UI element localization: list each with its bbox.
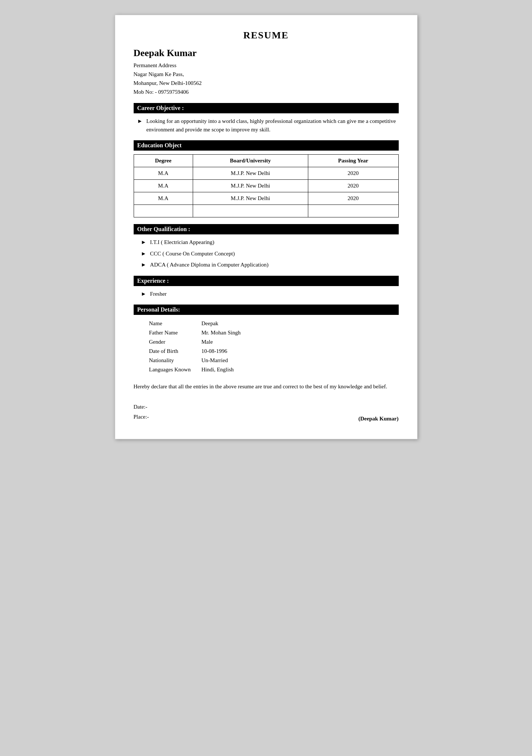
mob-number: Mob No: - 09759759406 (134, 87, 399, 96)
career-objective-text: Looking for an opportunity into a world … (146, 117, 398, 134)
personal-detail-label: Date of Birth (134, 347, 201, 355)
experience-item: ►Fresher (137, 290, 399, 298)
bullet-arrow-icon: ► (141, 261, 147, 269)
education-row: M.AM.J.P. New Delhi2020 (134, 180, 398, 192)
personal-detail-row: Date of Birth10-08-1996 (134, 347, 398, 355)
personal-detail-row: NameDeepak (134, 319, 398, 328)
personal-detail-value: 10-08-1996 (202, 347, 398, 355)
personal-detail-row: NationalityUn-Married (134, 356, 398, 365)
education-cell-degree: M.A (134, 192, 193, 205)
career-objective-section: Career Objective : ► Looking for an oppo… (134, 103, 399, 134)
personal-details-header: Personal Details: (134, 305, 399, 315)
other-qualification-header: Other Qualification : (134, 224, 399, 234)
personal-detail-value: Mr. Mohan Singh (202, 329, 398, 337)
experience-text: Fresher (150, 290, 167, 298)
education-cell-board: M.J.P. New Delhi (193, 167, 308, 180)
education-row: M.AM.J.P. New Delhi2020 (134, 192, 398, 205)
personal-detail-value: Male (202, 338, 398, 346)
career-objective-header: Career Objective : (134, 103, 399, 113)
address-line1: Nagar Nigam Ke Pass, (134, 70, 399, 79)
education-row: M.AM.J.P. New Delhi2020 (134, 167, 398, 180)
other-qualification-section: Other Qualification : ►I.T.I ( Electrici… (134, 224, 399, 269)
career-objective-bullet: ► Looking for an opportunity into a worl… (134, 117, 399, 134)
bullet-arrow-icon: ► (141, 250, 147, 258)
education-cell-degree: M.A (134, 167, 193, 180)
resume-page: RESUME Deepak Kumar Permanent Address Na… (115, 15, 418, 439)
education-row (134, 205, 398, 217)
personal-detail-value: Hindi, English (202, 365, 398, 374)
col-degree: Degree (134, 155, 193, 167)
experience-header: Experience : (134, 276, 399, 286)
experience-section: Experience : ►Fresher (134, 276, 399, 298)
personal-details-table: NameDeepakFather NameMr. Mohan SinghGend… (134, 319, 399, 375)
education-cell-board: M.J.P. New Delhi (193, 192, 308, 205)
resume-title: RESUME (134, 30, 399, 41)
education-cell-year: 2020 (308, 192, 398, 205)
education-cell-year (308, 205, 398, 217)
personal-detail-label: Father Name (134, 329, 201, 337)
personal-detail-row: Languages KnownHindi, English (134, 365, 398, 374)
education-cell-year: 2020 (308, 180, 398, 192)
date-label: Date:- (134, 402, 149, 412)
declaration-text: Hereby declare that all the entries in t… (134, 382, 399, 391)
education-cell-degree (134, 205, 193, 217)
education-cell-board (193, 205, 308, 217)
career-objective-content: ► Looking for an opportunity into a worl… (134, 117, 399, 134)
other-qual-item: ►I.T.I ( Electrician Appearing) (137, 238, 399, 247)
other-qual-item: ►ADCA ( Advance Diploma in Computer Appl… (137, 261, 399, 269)
col-year: Passing Year (308, 155, 398, 167)
personal-details-section: Personal Details: NameDeepakFather NameM… (134, 305, 399, 422)
personal-detail-label: Nationality (134, 356, 201, 365)
bullet-arrow-icon: ► (137, 117, 143, 126)
personal-detail-label: Gender (134, 338, 201, 346)
signature-left: Date:- Place:- (134, 402, 149, 422)
signature-block: Date:- Place:- (Deepak Kumar) (134, 402, 399, 422)
candidate-name: Deepak Kumar (134, 48, 399, 59)
other-qual-item: ►CCC ( Course On Computer Concept) (137, 250, 399, 258)
personal-detail-label: Name (134, 319, 201, 328)
other-qual-text: I.T.I ( Electrician Appearing) (150, 238, 214, 247)
education-cell-board: M.J.P. New Delhi (193, 180, 308, 192)
place-label: Place:- (134, 412, 149, 422)
other-qualification-content: ►I.T.I ( Electrician Appearing)►CCC ( Co… (134, 238, 399, 269)
other-qual-text: CCC ( Course On Computer Concept) (150, 250, 235, 258)
address-line2: Mohanpur, New Delhi-100562 (134, 79, 399, 87)
education-section: Education Object Degree Board/University… (134, 140, 399, 217)
personal-detail-value: Deepak (202, 319, 398, 328)
education-header: Education Object (134, 140, 399, 151)
personal-detail-row: GenderMale (134, 338, 398, 346)
bullet-arrow-icon: ► (141, 238, 147, 247)
personal-detail-value: Un-Married (202, 356, 398, 365)
address-block: Permanent Address Nagar Nigam Ke Pass, M… (134, 61, 399, 96)
personal-detail-label: Languages Known (134, 365, 201, 374)
education-cell-degree: M.A (134, 180, 193, 192)
other-qual-text: ADCA ( Advance Diploma in Computer Appli… (150, 261, 268, 269)
education-table-header-row: Degree Board/University Passing Year (134, 155, 398, 167)
education-table: Degree Board/University Passing Year M.A… (134, 154, 399, 217)
personal-detail-row: Father NameMr. Mohan Singh (134, 329, 398, 337)
education-cell-year: 2020 (308, 167, 398, 180)
bullet-arrow-icon: ► (141, 290, 147, 298)
address-label: Permanent Address (134, 61, 399, 70)
col-board: Board/University (193, 155, 308, 167)
experience-content: ►Fresher (134, 290, 399, 298)
signature-name: (Deepak Kumar) (358, 416, 399, 422)
